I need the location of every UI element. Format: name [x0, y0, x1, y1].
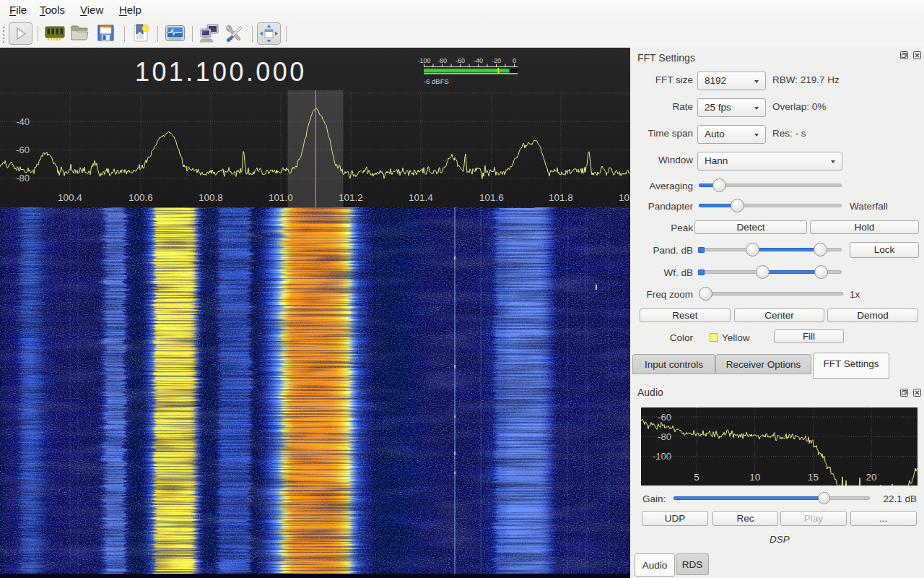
svg-text:-80: -80 [16, 173, 30, 184]
svg-text:-80: -80 [437, 57, 447, 64]
svg-text:5: 5 [694, 472, 699, 483]
svg-text:101.4: 101.4 [409, 192, 433, 203]
svg-text:10: 10 [749, 472, 760, 483]
svg-text:-60: -60 [456, 57, 465, 64]
svg-text:101.2: 101.2 [339, 192, 363, 203]
svg-text:102.0: 102.0 [619, 192, 630, 203]
svg-text:-60: -60 [658, 412, 671, 423]
svg-text:0: 0 [513, 57, 516, 64]
svg-text:101.100.000: 101.100.000 [135, 57, 307, 87]
svg-text:100.4: 100.4 [58, 192, 82, 203]
svg-text:100.6: 100.6 [128, 192, 153, 203]
svg-text:15: 15 [808, 472, 819, 483]
svg-text:101.8: 101.8 [549, 192, 573, 203]
svg-text:-100: -100 [417, 57, 430, 64]
svg-text:-80: -80 [658, 431, 671, 442]
svg-text:-20: -20 [492, 57, 501, 64]
svg-text:-40: -40 [16, 116, 30, 127]
svg-text:-100: -100 [653, 451, 671, 462]
svg-text:101.0: 101.0 [269, 192, 293, 203]
svg-text:-6 dBFS: -6 dBFS [424, 77, 449, 85]
svg-text:-40: -40 [474, 57, 483, 64]
svg-text:101.6: 101.6 [479, 192, 504, 203]
svg-text:100.8: 100.8 [199, 192, 223, 203]
svg-text:-60: -60 [16, 144, 30, 155]
svg-text:20: 20 [866, 472, 877, 483]
